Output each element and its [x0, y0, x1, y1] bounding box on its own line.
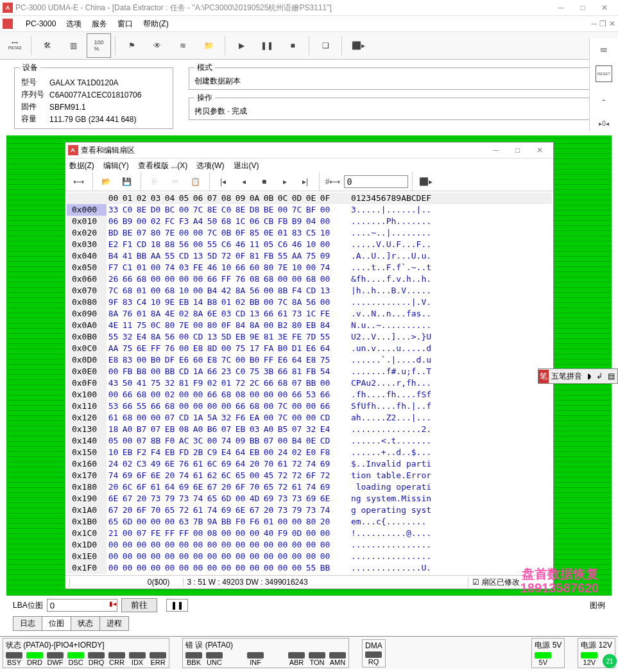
switch-icon[interactable]: ⫠	[596, 91, 612, 107]
hex-port-icon[interactable]: ⟷	[69, 173, 89, 191]
folder-icon[interactable]: 📁	[196, 33, 221, 58]
hex-goto-icon[interactable]: #⟷	[323, 173, 343, 191]
hex-menu-edit[interactable]: 编辑(Y)	[103, 160, 129, 171]
mdi-minimize-button[interactable]: ─	[591, 19, 597, 28]
tab-process[interactable]: 进程	[99, 616, 129, 631]
hex-row[interactable]: 0x0908A76018A4E028A6E03CD136661731CFE.v.…	[67, 308, 552, 320]
hex-row[interactable]: 0x0809F83C4109EEB14B80102BB007C8A5600...…	[67, 297, 552, 308]
tab-status[interactable]: 状态	[71, 616, 100, 631]
hex-open-icon[interactable]: 📂	[97, 173, 116, 191]
hex-row[interactable]: 0x0602666680000000066FF76086800006800&fh…	[67, 273, 552, 285]
hex-row[interactable]: 0x0D0E88300B0DFE660E87C00B0FFE664E875...…	[67, 354, 552, 366]
hex-row[interactable]: 0x13018A0B707EB08A0B607EB03A0B50732E4...…	[67, 424, 552, 435]
hex-row[interactable]: 0x0707C680100681000B4428A56008BF4CD13|h.…	[67, 285, 552, 297]
hex-row[interactable]: 0x1602402C3496E76616C6964207061727469$..…	[67, 458, 552, 470]
hex-row[interactable]: 0x050F7C101007403FE46106660807E100074...…	[67, 262, 552, 273]
hex-first-icon[interactable]: |◂	[214, 173, 233, 191]
hex-row[interactable]: 0x0B05532E48A5600CD135DEB9E813EFE7D55U2.…	[67, 331, 552, 343]
hex-row[interactable]: 0x10000666800020000666808000000665366.fh…	[67, 389, 552, 401]
pause-small-icon[interactable]: ❚❚	[166, 599, 188, 612]
gauge-icon[interactable]: ▸0◂	[596, 116, 612, 131]
hex-address-input[interactable]	[344, 175, 408, 188]
hex-row[interactable]: 0x1D000000000000000000000000000000000...…	[67, 539, 552, 551]
hex-row[interactable]: 0x15010EBF2F4EBFD2BC9E464EB002402E0F8...…	[67, 447, 552, 458]
binocular-icon[interactable]: 👁	[145, 33, 169, 58]
hex-minimize-button[interactable]: ─	[485, 142, 507, 158]
hex-row[interactable]: 0x1206168000007CD1A5A32F6EA007C0000CDah.…	[67, 412, 552, 424]
stop-icon[interactable]: ■	[280, 33, 305, 58]
legend-label[interactable]: 图例	[590, 600, 605, 611]
hex-row[interactable]: 0x0A04E11750C807E00800F848A00B280EB84N.u…	[67, 320, 552, 331]
hex-next-icon[interactable]: ▸	[275, 173, 295, 191]
menu-service[interactable]: 服务	[92, 19, 107, 30]
close-button[interactable]: ✕	[594, 0, 615, 15]
mdi-close-button[interactable]: ✕	[609, 19, 615, 28]
hex-row[interactable]: 0x17074696F6E207461626C65004572726F72tio…	[67, 470, 552, 481]
trace-icon[interactable]: ≋	[171, 33, 195, 58]
goto-button[interactable]: 前往	[121, 598, 157, 612]
copy-icon[interactable]: ❏	[313, 33, 338, 58]
hex-row[interactable]: 0x0E000FBB800BBCD1A6623C0753B6681FB54...…	[67, 366, 552, 377]
disk-icon[interactable]: 🖴	[596, 41, 612, 56]
hex-row[interactable]: 0x020BDBE07807E00007C0B0F850E0183C510...…	[67, 227, 552, 239]
hex-menu-options[interactable]: 选项(W)	[196, 160, 224, 171]
ime-btn3[interactable]: ▤	[605, 372, 617, 381]
hex-row[interactable]: 0x1B0656D000000637B9ABBF0F60100008020em.…	[67, 516, 552, 528]
hex-close-button[interactable]: ✕	[529, 142, 551, 158]
hex-grid[interactable]: 000102030405060708090A0B0C0D0E0F01234567…	[65, 191, 553, 575]
hex-row[interactable]: 0x1E000000000000000000000000000000000...…	[67, 551, 552, 562]
bitmap-background[interactable]: A 查看和编辑扇区 ─ □ ✕ 数据(Z) 编辑(Y) 查看模版 ...(X) …	[6, 135, 612, 596]
hex-menu-template[interactable]: 查看模版 ...(X)	[138, 160, 187, 171]
hex-copy-icon[interactable]: ⎘	[145, 173, 164, 191]
hex-cut-icon[interactable]: ✂	[166, 173, 185, 191]
hex-last-icon[interactable]: ▸|	[296, 173, 315, 191]
hex-exit-icon[interactable]: ⬛▸	[416, 173, 436, 191]
ime-btn2[interactable]: ↲	[594, 372, 605, 381]
hex-row[interactable]: 0x1F0000000000000000000000000000055BB...…	[67, 562, 552, 574]
hex-row[interactable]: 0x1906E672073797374656D004D697373696Eng …	[67, 493, 552, 504]
menu-window[interactable]: 窗口	[117, 19, 133, 30]
hex-row[interactable]: 0x030E2F1CD1888560055C6461105C6461000...…	[67, 239, 552, 250]
hex-row[interactable]: 0x1105366556668000000006668007C000066SfU…	[67, 401, 552, 412]
menu-help[interactable]: 帮助(Z)	[143, 19, 168, 30]
pill-badge[interactable]: 21	[603, 654, 617, 668]
hex-row[interactable]: 0x0C0AA756EFF7600E88D007517FAB0D1E664.un…	[67, 343, 552, 354]
hex-save-icon[interactable]: 💾	[117, 173, 137, 191]
play-icon[interactable]: ▶	[229, 33, 253, 58]
hex-stop-icon[interactable]: ■	[255, 173, 274, 191]
hex-row[interactable]: 0x1C0210007FEFFFF000800000040F90D0000!..…	[67, 528, 552, 539]
ime-btn1[interactable]: ◗	[585, 372, 594, 381]
hex-maximize-button[interactable]: □	[507, 142, 529, 158]
lba-marker-icon[interactable]: ▮◂	[109, 600, 116, 607]
tab-log[interactable]: 日志	[13, 616, 42, 631]
led-12v	[581, 652, 597, 659]
percent-icon[interactable]: 100%	[87, 33, 111, 58]
hex-row[interactable]: 0x1400500078BF0AC3C007409BB0700B40ECD...…	[67, 435, 552, 447]
hex-row[interactable]: 0x1A067206F7065726174696E672073797374g o…	[67, 504, 552, 516]
hex-row[interactable]: 0x180206C6F6164696E67206F706572617469 lo…	[67, 481, 552, 493]
pause-icon[interactable]: ❚❚	[255, 33, 279, 58]
ime-bar[interactable]: 笔 五笔拼音 ◗ ↲ ▤	[538, 368, 618, 384]
oper-legend: 操作	[194, 92, 215, 103]
pata0-button[interactable]: ⟷PATA0	[3, 33, 27, 58]
maximize-button[interactable]: □	[572, 0, 594, 15]
reset-icon[interactable]: RESET	[596, 65, 612, 82]
hex-row[interactable]: 0x01006B90002FCF3A450681C06CBFBB90400...…	[67, 216, 552, 227]
tab-bitmap[interactable]: 位图	[42, 616, 71, 631]
mdi-restore-button[interactable]: ❐	[599, 19, 606, 28]
exit-icon[interactable]: ⬛▸	[346, 33, 370, 58]
hex-prev-icon[interactable]: ◂	[234, 173, 253, 191]
hex-row[interactable]: 0x0F0435041753281F90201722C666807BB00CPA…	[67, 377, 552, 389]
hex-paste-icon[interactable]: 📋	[186, 173, 205, 191]
chip-icon[interactable]: ▥	[61, 33, 85, 58]
hex-row[interactable]: 0x040B441BBAA55CD135D720F81FB55AA7509.A.…	[67, 250, 552, 262]
tools-icon[interactable]: 🛠	[35, 33, 60, 58]
hex-menu-data[interactable]: 数据(Z)	[69, 160, 94, 171]
hex-menu-exit[interactable]: 退出(V)	[234, 160, 259, 171]
menu-pc3000[interactable]: PC-3000	[26, 19, 56, 28]
hex-row[interactable]: 0x00033C08ED0BC007C8EC08ED8BE007CBF003..…	[67, 204, 552, 216]
minimize-button[interactable]: ─	[550, 0, 572, 15]
flag-icon[interactable]: ⚑	[119, 33, 144, 58]
menu-options[interactable]: 选项	[66, 19, 82, 30]
lba-input[interactable]	[47, 599, 117, 612]
